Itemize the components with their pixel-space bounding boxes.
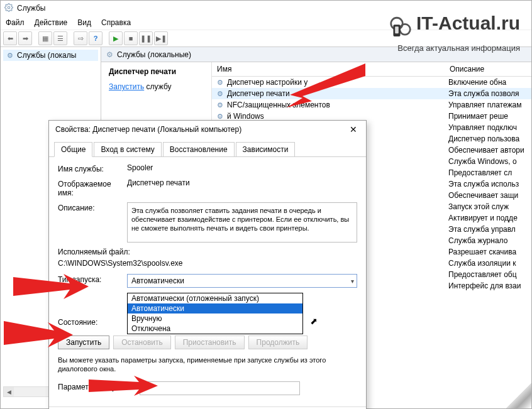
row-desc: Обеспечивает защи	[445, 191, 531, 200]
row-desc: Служба журнало	[445, 236, 531, 245]
tab-label: Службы (локальные)	[117, 50, 191, 59]
row-desc: Принимает реше	[445, 112, 531, 121]
start-params-input[interactable]	[140, 381, 300, 395]
row-name: NFC/защищенных элементов	[227, 101, 330, 109]
gear-icon: ⚙	[216, 112, 224, 121]
row-desc: Эта служба управл	[445, 225, 531, 234]
row-desc: Обеспечивает автори	[445, 146, 531, 155]
row-desc: Служба Windows, о	[445, 157, 531, 166]
row-name: Диспетчер печати	[227, 89, 290, 98]
close-button[interactable]: ✕	[345, 123, 362, 136]
tree-node-services[interactable]: ⚙ Службы (локалы	[3, 50, 98, 61]
resume-button: Продолжить	[248, 335, 308, 349]
startup-type-dropdown[interactable]: Автоматически (отложенный запуск)Автомат…	[127, 293, 303, 334]
service-row[interactable]: ⚙NFC/защищенных элементовУправляет плате…	[212, 99, 531, 111]
label-service-name: Имя службы:	[58, 163, 127, 173]
hint-text: Вы можете указать параметры запуска, при…	[58, 356, 357, 374]
dialog-tabs: Общие Вход в систему Восстановление Зави…	[49, 138, 366, 157]
dropdown-option[interactable]: Автоматически	[128, 303, 302, 314]
startup-type-combo[interactable]: Автоматически ▾	[127, 274, 357, 288]
row-desc: Служба изоляции к	[445, 259, 531, 268]
gear-icon: ⚙	[216, 89, 224, 98]
label-display-name: Отображаемое имя:	[58, 178, 127, 197]
scroll-left-icon[interactable]: ◀	[4, 387, 14, 396]
restart-service-button[interactable]: ▶❚	[154, 31, 168, 45]
row-desc: Эта служба использ	[445, 180, 531, 188]
start-link[interactable]: Запустить	[109, 82, 144, 91]
page-curl	[506, 383, 531, 408]
value-service-name: Spooler	[127, 163, 357, 173]
view-table-button[interactable]: ▦	[38, 31, 52, 45]
menu-view[interactable]: Вид	[77, 18, 91, 27]
gear-icon: ⚙	[216, 101, 224, 109]
row-desc: Управляет подключ	[445, 123, 531, 132]
value-description: Эта служба позволяет ставить задания печ…	[127, 202, 357, 243]
dialog-body: Имя службы: Spooler Отображаемое имя: Ди…	[49, 157, 366, 406]
dialog-buttons: ОК Отмена Применить	[49, 406, 366, 409]
tree-node-label: Службы (локалы	[17, 51, 76, 60]
services-icon	[4, 3, 13, 14]
gear-icon: ⚙	[216, 78, 224, 87]
row-desc: Активирует и подде	[445, 214, 531, 222]
row-desc: Предоставляет сл	[445, 168, 531, 177]
chevron-down-icon: ▾	[351, 278, 354, 285]
row-desc: Управляет платежам	[445, 101, 531, 109]
row-desc: Диспетчер пользова	[445, 134, 531, 143]
detail-header: Диспетчер печати	[109, 67, 204, 76]
row-name: й Windows	[227, 112, 264, 121]
window-title: Службы	[17, 4, 45, 13]
row-desc: Предоставляет обц	[445, 270, 531, 279]
row-desc: Включение обна	[445, 78, 531, 87]
tab-dependencies[interactable]: Зависимости	[236, 142, 296, 156]
gear-icon: ⚙	[6, 51, 14, 60]
label-state: Состояние:	[58, 317, 127, 327]
service-row[interactable]: ⚙Диспетчер печатиЭта служба позволя	[212, 88, 531, 99]
menu-help[interactable]: Справка	[101, 18, 131, 27]
gear-icon: ⚙	[106, 50, 113, 59]
pause-button: Приостановить	[175, 335, 245, 349]
row-desc: Интерфейс для взаи	[445, 281, 531, 290]
properties-button[interactable]: ☰	[53, 31, 67, 45]
value-display-name: Диспетчер печати	[127, 178, 357, 197]
watermark-logo: IT-Actual.ru Всегда актуальная информаци…	[379, 12, 520, 53]
col-desc[interactable]: Описание	[445, 62, 531, 76]
dropdown-option[interactable]: Отключена	[128, 324, 302, 334]
help-button[interactable]: ?	[89, 31, 103, 45]
back-button[interactable]: ⬅	[3, 31, 17, 45]
svg-point-2	[399, 24, 410, 35]
dropdown-option[interactable]: Автоматически (отложенный запуск)	[128, 293, 302, 303]
properties-dialog: Свойства: Диспетчер печати (Локальный ко…	[48, 120, 367, 409]
pause-service-button[interactable]: ❚❚	[139, 31, 153, 45]
row-name: Диспетчер настройки у	[227, 78, 308, 87]
svg-point-0	[8, 6, 10, 9]
svg-rect-4	[395, 26, 399, 33]
start-button[interactable]: Запустить	[58, 335, 109, 349]
label-startup-type: Тип запуска:	[58, 274, 127, 288]
label-start-params: Параметры запуска:	[58, 381, 140, 395]
stop-service-button[interactable]: ■	[124, 31, 138, 45]
tab-logon[interactable]: Вход в систему	[94, 142, 161, 156]
value-exe: C:\WINDOWS\System32\spoolsv.exe	[58, 259, 357, 268]
dialog-title: Свойства: Диспетчер печати (Локальный ко…	[55, 125, 241, 134]
export-button[interactable]: ⇨	[74, 31, 87, 45]
stop-button: Остановить	[113, 335, 171, 349]
tab-general[interactable]: Общие	[54, 142, 92, 157]
dialog-title-bar: Свойства: Диспетчер печати (Локальный ко…	[49, 121, 366, 138]
row-desc: Эта служба позволя	[445, 89, 531, 98]
services-window: Службы Файл Действие Вид Справка ⬅ ➡ ▦ ☰…	[0, 0, 532, 409]
service-row[interactable]: ⚙Диспетчер настройки уВключение обна	[212, 77, 531, 88]
column-headers: Имя Описание	[212, 62, 531, 77]
forward-button[interactable]: ➡	[18, 31, 32, 45]
row-desc: Разрешает скачива	[445, 248, 531, 256]
row-desc: Запуск этой служ	[445, 202, 531, 211]
logo-text: IT-Actual.ru	[416, 13, 520, 33]
combo-selected: Автоматически	[131, 276, 184, 285]
dropdown-option[interactable]: Вручную	[128, 314, 302, 324]
start-service-button[interactable]: ▶	[109, 31, 123, 45]
col-name[interactable]: Имя	[212, 62, 445, 76]
menu-file[interactable]: Файл	[6, 18, 25, 27]
menu-action[interactable]: Действие	[35, 18, 68, 27]
start-suffix: службу	[147, 82, 172, 91]
logo-tagline: Всегда актуальная информация	[379, 43, 520, 53]
tab-recovery[interactable]: Восстановление	[163, 142, 235, 156]
